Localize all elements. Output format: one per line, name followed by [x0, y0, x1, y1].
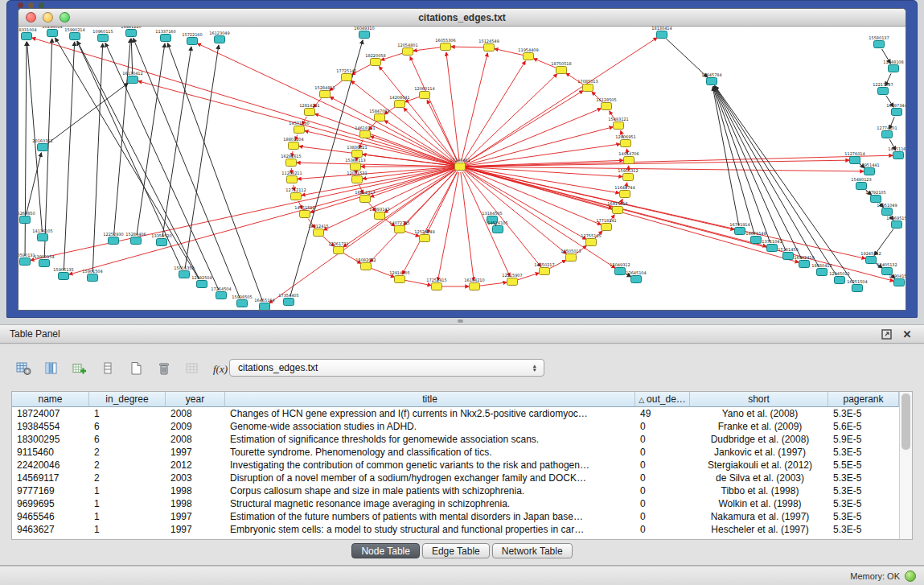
column-header-pagerank[interactable]: pagerank: [828, 392, 899, 407]
table-row[interactable]: 946362711997Embryonic stem cells: a mode…: [12, 523, 899, 536]
graph-node[interactable]: 13359520: [151, 233, 171, 246]
add-column-icon[interactable]: [69, 358, 90, 379]
graph-node[interactable]: 10590131: [18, 253, 35, 266]
new-table-icon[interactable]: [125, 358, 146, 379]
citation-edge-red[interactable]: [465, 169, 601, 225]
graph-node[interactable]: 15082022: [355, 257, 376, 270]
citation-edge-black[interactable]: [713, 87, 754, 235]
column-header-out_de[interactable]: △out_de…: [635, 392, 690, 407]
citation-edge-red[interactable]: [463, 61, 526, 162]
graph-node[interactable]: 18130414: [651, 27, 671, 39]
column-header-year[interactable]: year: [166, 392, 225, 407]
graph-node[interactable]: 14792105: [865, 190, 885, 203]
citation-edge-black[interactable]: [64, 42, 74, 270]
delete-table-icon[interactable]: [154, 358, 175, 379]
citation-edge-red[interactable]: [461, 172, 474, 281]
citation-edge-red[interactable]: [330, 97, 455, 163]
citation-edge-red[interactable]: [413, 47, 440, 51]
citation-edge-red[interactable]: [302, 167, 454, 196]
citation-edge-black[interactable]: [27, 153, 42, 214]
tab-node-table[interactable]: Node Table: [351, 543, 420, 558]
import-table-icon[interactable]: [182, 358, 203, 379]
citation-edge-red[interactable]: [465, 169, 586, 239]
graph-node[interactable]: 16291615: [281, 154, 301, 167]
function-builder-icon[interactable]: f(x): [210, 358, 231, 379]
citation-edge-red[interactable]: [404, 171, 456, 225]
citation-edge-black[interactable]: [105, 43, 219, 290]
graph-node[interactable]: 16104210: [464, 278, 484, 290]
graph-node[interactable]: 15490123: [851, 177, 871, 190]
citation-edge-red[interactable]: [305, 131, 454, 166]
citation-edge-red[interactable]: [464, 74, 557, 163]
graph-node[interactable]: 17085013: [577, 79, 598, 92]
column-header-title[interactable]: title: [225, 392, 635, 407]
table-row[interactable]: 1456911722003Disruption of a novel membe…: [12, 472, 899, 484]
graph-node[interactable]: 11648744: [614, 185, 634, 198]
app-zoom-icon[interactable]: [39, 2, 44, 8]
citation-edge-red[interactable]: [404, 108, 456, 163]
column-header-name[interactable]: name: [12, 392, 89, 407]
tab-network-table[interactable]: Network Table: [492, 543, 573, 558]
citation-edge-red[interactable]: [197, 43, 454, 164]
graph-node[interactable]: 18505013: [561, 249, 581, 262]
graph-node[interactable]: 15955312: [618, 168, 638, 181]
zoom-window-icon[interactable]: [60, 12, 70, 23]
citation-edge-black[interactable]: [185, 45, 219, 269]
graph-node[interactable]: 17261731: [328, 241, 348, 254]
graph-node[interactable]: 10960115: [92, 29, 113, 42]
graph-node[interactable]: 16951049: [877, 203, 897, 216]
citation-edge-black[interactable]: [713, 87, 770, 243]
graph-node[interactable]: 11645784: [701, 72, 721, 85]
graph-node[interactable]: 17354405: [278, 293, 298, 306]
network-window-titlebar[interactable]: citations_edges.txt: [18, 9, 906, 27]
graph-node[interactable]: 16049310: [354, 27, 374, 39]
citation-edge-black[interactable]: [167, 43, 262, 302]
column-header-short[interactable]: short: [690, 392, 828, 407]
citation-edge-black[interactable]: [162, 47, 191, 237]
graph-node[interactable]: 14650217: [534, 262, 554, 275]
app-close-icon[interactable]: [18, 2, 23, 8]
graph-node[interactable]: 16055306: [435, 38, 455, 51]
graph-node[interactable]: 10969515: [886, 216, 906, 229]
graph-node[interactable]: 14136105: [32, 229, 52, 241]
graph-node[interactable]: 12071531: [347, 171, 367, 183]
graph-node[interactable]: 16815416: [607, 201, 627, 214]
column-header-in_degree[interactable]: in_degree: [89, 392, 166, 407]
close-window-icon[interactable]: [26, 12, 36, 23]
graph-node[interactable]: 15580137: [869, 35, 889, 48]
graph-node[interactable]: 12592504: [191, 275, 211, 288]
graph-node[interactable]: 14441220: [121, 27, 141, 37]
citation-edge-red[interactable]: [466, 168, 865, 259]
graph-node[interactable]: 10236014: [42, 27, 62, 37]
table-row[interactable]: 969969511998Structural magnetic resonanc…: [12, 497, 899, 510]
graph-node[interactable]: 17264504: [211, 286, 231, 299]
network-graph[interactable]: 1724046116055306120548011822005817725141…: [18, 27, 906, 311]
row-height-icon[interactable]: [97, 358, 118, 379]
graph-node[interactable]: 14072715: [389, 220, 409, 233]
graph-node[interactable]: 17725141: [336, 68, 356, 81]
table-row[interactable]: 1938455462009Genome-wide association stu…: [12, 420, 899, 433]
graph-node[interactable]: 12752112: [285, 187, 306, 200]
citation-edge-black[interactable]: [131, 39, 133, 74]
app-minimize-icon[interactable]: [28, 2, 34, 8]
table-row[interactable]: 1872400712008Changes of HCN gene express…: [12, 407, 899, 420]
graph-node[interactable]: 16455104: [254, 298, 274, 311]
table-row[interactable]: 1830029562008Estimation of significance …: [12, 433, 899, 446]
graph-node[interactable]: 15938505: [232, 295, 252, 307]
close-panel-icon[interactable]: ✕: [900, 328, 914, 340]
citation-edge-red[interactable]: [310, 168, 455, 212]
graph-node[interactable]: 13830021: [347, 145, 367, 158]
network-canvas[interactable]: 1724046116055306120548011822005817725141…: [18, 27, 906, 310]
graph-node[interactable]: 17252415: [426, 278, 446, 290]
citation-edge-red[interactable]: [462, 53, 488, 161]
graph-node[interactable]: 18801204: [283, 137, 303, 150]
table-row[interactable]: 946554611997Estimation of the future num…: [12, 510, 899, 523]
table-scrollbar[interactable]: [899, 392, 912, 539]
tab-edge-table[interactable]: Edge Table: [422, 543, 490, 558]
panel-splitter-handle[interactable]: [458, 319, 463, 323]
graph-node[interactable]: 13900154: [34, 254, 54, 267]
graph-node[interactable]: 12774101: [877, 126, 897, 138]
graph-node[interactable]: 16904150: [889, 274, 906, 286]
show-columns-icon[interactable]: [41, 358, 62, 379]
graph-node[interactable]: 12814201: [299, 103, 319, 116]
